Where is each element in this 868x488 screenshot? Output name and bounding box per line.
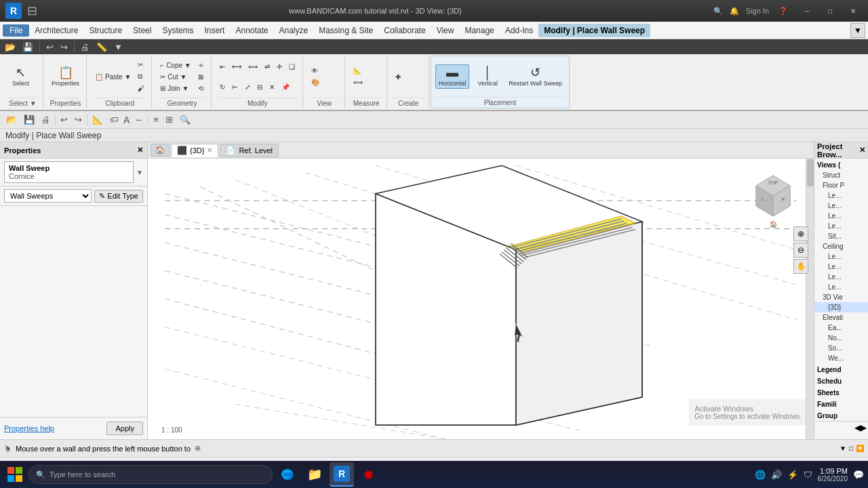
canvas-tab-ref-level[interactable]: 📄 Ref. Level <box>220 144 279 157</box>
viewport[interactable]: TOP R L 🏠 ⊕ ⊖ ✋ 1 : 100 Activate Windows <box>148 159 814 439</box>
pb-item-ceiling[interactable]: Ceiling <box>814 241 868 251</box>
split-elem-btn[interactable]: ✕ <box>267 82 277 92</box>
align-btn[interactable]: ⇤ <box>217 62 228 72</box>
wall-join-btn[interactable]: ⊠ <box>195 72 207 82</box>
mirror-draw-btn[interactable]: ⇌ <box>262 62 273 72</box>
pb-item-le---[interactable]: Le... <box>814 221 868 231</box>
canvas-tab-3d[interactable]: ⬛ {3D} ✕ <box>171 144 218 157</box>
systray-battery[interactable]: ⚡ <box>787 470 798 480</box>
pb-item-elevati[interactable]: Elevati <box>814 312 868 323</box>
restart-wall-sweep-button[interactable]: ↺ Restart Wall Sweep <box>506 65 565 88</box>
cut-geometry-button[interactable]: ✂ Cut ▼ <box>157 72 193 82</box>
pb-item-views--[interactable]: Views ( <box>814 159 868 170</box>
rotate-btn[interactable]: ↻ <box>217 82 228 92</box>
pb-item-we---[interactable]: We... <box>814 353 868 363</box>
tb-save2[interactable]: 💾 <box>22 114 37 125</box>
menu-annotate[interactable]: Annotate <box>230 24 273 37</box>
override-btn[interactable]: 🎨 <box>309 77 322 87</box>
home-icon[interactable]: 🏠 <box>746 221 800 228</box>
tb-open[interactable]: 📂 <box>4 114 19 125</box>
nav-zoom-in[interactable]: ⊕ <box>793 226 808 241</box>
scroll-thumb[interactable] <box>807 159 814 186</box>
tb-indent[interactable]: ⊞ <box>163 114 175 125</box>
canvas-home-icon[interactable]: 🏠 <box>151 144 170 157</box>
pb-item-le---[interactable]: Le... <box>814 190 868 201</box>
pb-next[interactable]: ▶ <box>861 423 867 432</box>
viewcube-inner[interactable]: TOP R L <box>749 172 797 220</box>
match-button[interactable]: 🖌 <box>135 83 147 94</box>
measure-btn[interactable]: 📐 <box>351 66 366 76</box>
pin-btn[interactable]: 📌 <box>279 82 292 92</box>
qa-options[interactable]: ▼ <box>112 41 125 53</box>
menu-steel[interactable]: Steel <box>127 24 157 37</box>
menu-insert[interactable]: Insert <box>199 24 230 37</box>
switch-join-btn[interactable]: ⟲ <box>195 83 207 94</box>
help-icon[interactable]: ❓ <box>778 7 788 16</box>
copy-button[interactable]: ⧉ <box>135 71 147 82</box>
sign-in-label[interactable]: Sign In <box>746 7 769 15</box>
qa-save[interactable]: 💾 <box>20 41 35 53</box>
systray-network[interactable]: 🌐 <box>755 470 766 480</box>
menu-structure[interactable]: Structure <box>83 24 127 37</box>
ribbon-options[interactable]: ▼ <box>850 23 865 38</box>
type-dropdown-arrow[interactable]: ▼ <box>136 169 143 176</box>
pb-item-floor-p[interactable]: Floor P <box>814 180 868 190</box>
pb-prev[interactable]: ◀ <box>854 423 861 432</box>
tb-search[interactable]: 🔍 <box>178 114 193 125</box>
pb-item-famili[interactable]: Famili <box>814 398 868 409</box>
pb-item-so---[interactable]: So... <box>814 343 868 353</box>
pb-item-schedu[interactable]: Schedu <box>814 375 868 386</box>
copy-element-btn[interactable]: ❏ <box>286 62 298 72</box>
qa-print[interactable]: 🖨 <box>79 41 92 53</box>
menu-massing[interactable]: Massing & Site <box>313 24 378 37</box>
select-button[interactable]: ↖ Select <box>7 64 35 89</box>
close-button[interactable]: ✕ <box>844 5 863 17</box>
tb-text[interactable]: A <box>123 115 130 125</box>
maximize-button[interactable]: □ <box>821 5 840 17</box>
pb-item-ea---[interactable]: Ea... <box>814 323 868 333</box>
scale-btn[interactable]: ⤢ <box>242 82 253 92</box>
edit-type-button[interactable]: ✎ Edit Type <box>94 190 143 203</box>
systray-shield[interactable]: 🛡 <box>804 470 812 480</box>
system-menu[interactable]: ⊟ <box>27 3 37 18</box>
taskbar-bandicam[interactable]: ⏺ <box>357 462 381 487</box>
taskbar-revit[interactable]: R <box>330 462 354 487</box>
notification-center[interactable]: 💬 <box>853 470 864 480</box>
move-btn[interactable]: ✛ <box>274 62 285 72</box>
pb-item--3d-[interactable]: {3D} <box>814 302 868 312</box>
nav-pan[interactable]: ✋ <box>793 259 808 274</box>
menu-analyze[interactable]: Analyze <box>274 24 314 37</box>
nav-zoom-out[interactable]: ⊖ <box>793 243 808 258</box>
menu-architecture[interactable]: Architecture <box>29 24 83 37</box>
join-button[interactable]: ⊞ Join ▼ <box>157 83 193 94</box>
pb-item-no---[interactable]: No... <box>814 333 868 343</box>
design-options-btn[interactable]: □ <box>849 445 853 452</box>
taskbar-search[interactable]: 🔍 Type here to search <box>28 465 273 484</box>
tb-tag[interactable]: 🏷 <box>108 114 121 125</box>
offset-btn[interactable]: ⟷ <box>229 62 244 72</box>
menu-modify-place-sweep[interactable]: Modify | Place Wall Sweep <box>538 24 650 37</box>
menu-collaborate[interactable]: Collaborate <box>378 24 431 37</box>
pb-item-sit---[interactable]: Sit... <box>814 231 868 241</box>
create-btn[interactable]: ✚ <box>393 72 403 82</box>
wall-sweep-dropdown[interactable]: Wall Sweeps <box>4 189 92 203</box>
pb-item-group[interactable]: Group <box>814 409 868 421</box>
tb-print2[interactable]: 🖨 <box>39 114 52 125</box>
cut-button[interactable]: ✂ <box>135 60 147 70</box>
qa-redo[interactable]: ↪ <box>58 41 70 53</box>
tb-measure[interactable]: 📐 <box>90 114 105 125</box>
qa-open[interactable]: 📂 <box>3 41 18 53</box>
taskbar-explorer[interactable]: 📁 <box>302 462 327 487</box>
pb-item-le---[interactable]: Le... <box>814 282 868 292</box>
pb-item-le---[interactable]: Le... <box>814 272 868 282</box>
cope-button[interactable]: ⌐ Cope ▼ <box>157 60 193 70</box>
start-button[interactable] <box>4 464 26 485</box>
hide-elem-btn[interactable]: 👁 <box>309 66 322 76</box>
menu-addins[interactable]: Add-Ins <box>500 24 538 37</box>
pb-item-sheets[interactable]: Sheets <box>814 386 868 398</box>
workset-btn[interactable]: ▼ <box>840 445 846 452</box>
tb-undo[interactable]: ↩ <box>58 114 70 125</box>
vertical-button[interactable]: │ Vertical <box>471 65 505 88</box>
apply-button[interactable]: Apply <box>106 422 143 435</box>
menu-systems[interactable]: Systems <box>157 24 199 37</box>
